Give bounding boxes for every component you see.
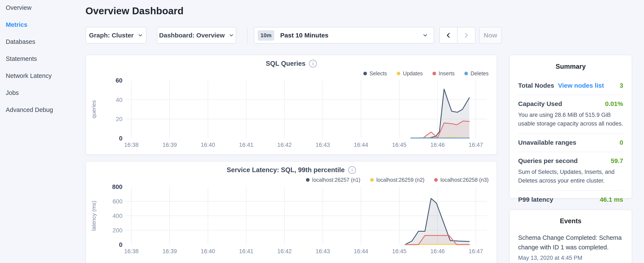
svg-text:16:38: 16:38 xyxy=(124,248,138,254)
legend-dot-icon xyxy=(306,178,310,182)
svg-text:40: 40 xyxy=(116,97,122,103)
svg-text:16:47: 16:47 xyxy=(468,142,483,148)
svg-text:16:46: 16:46 xyxy=(430,248,445,254)
svg-text:16:40: 16:40 xyxy=(201,142,215,148)
svg-text:16:44: 16:44 xyxy=(354,142,368,148)
svg-text:16:39: 16:39 xyxy=(162,142,177,148)
svg-text:16:41: 16:41 xyxy=(239,248,254,254)
dashboard-dropdown[interactable]: Dashboard: Overview xyxy=(157,27,236,44)
summary-label: Queries per second xyxy=(518,157,578,164)
legend-label: Deletes xyxy=(470,70,488,77)
legend-item-localhost-26259-n2-[interactable]: localhost:26259 (n2) xyxy=(370,177,424,183)
sidebar: Overview Metrics Databases Statements Ne… xyxy=(0,0,81,124)
legend-label: localhost:26259 (n2) xyxy=(376,177,424,183)
sql-queries-chart-card: SQL Queries i SelectsUpdatesInsertsDelet… xyxy=(86,55,497,155)
sidebar-item-jobs[interactable]: Jobs xyxy=(6,90,81,96)
svg-text:16:43: 16:43 xyxy=(316,248,330,254)
svg-text:16:43: 16:43 xyxy=(316,142,330,148)
svg-text:400: 400 xyxy=(112,212,122,219)
summary-value: 0 xyxy=(620,139,623,146)
sidebar-item-network-latency[interactable]: Network Latency xyxy=(6,73,81,79)
svg-text:16:44: 16:44 xyxy=(354,248,368,254)
service-latency-chart-card: Service Latency: SQL, 99th percentile i … xyxy=(86,161,497,263)
svg-text:0: 0 xyxy=(119,135,122,142)
summary-description: You are using 28.6 MiB of 515.9 GiB usab… xyxy=(518,111,623,128)
event-message[interactable]: Schema Change Completed: Schema change w… xyxy=(518,233,623,252)
events-heading: Events xyxy=(518,217,623,225)
events-panel: Events Schema Change Completed: Schema c… xyxy=(509,210,632,263)
legend-dot-icon xyxy=(464,72,468,75)
svg-text:200: 200 xyxy=(112,227,122,234)
chart-title: Service Latency: SQL, 99th percentile xyxy=(227,166,345,174)
summary-value: 3 xyxy=(620,82,623,89)
chart-title: SQL Queries xyxy=(266,60,306,68)
svg-text:16:42: 16:42 xyxy=(277,142,292,148)
chart-legend: localhost:26257 (n1)localhost:26259 (n2)… xyxy=(86,177,497,183)
svg-text:16:39: 16:39 xyxy=(162,248,177,254)
summary-value: 46.1 ms xyxy=(600,196,623,203)
chevron-down-icon xyxy=(138,33,143,38)
now-button[interactable]: Now xyxy=(479,27,502,44)
legend-item-selects[interactable]: Selects xyxy=(363,70,387,77)
toolbar-divider xyxy=(247,27,248,44)
prev-time-button[interactable] xyxy=(439,27,457,44)
summary-label: Unavailable ranges xyxy=(518,139,576,146)
time-range-label: Past 10 Minutes xyxy=(280,32,422,39)
summary-value: 0.01% xyxy=(605,100,623,107)
next-time-button[interactable] xyxy=(457,27,476,44)
svg-text:16:38: 16:38 xyxy=(124,142,138,148)
chevron-left-icon xyxy=(445,32,452,39)
summary-value: 59.7 xyxy=(611,157,623,164)
legend-dot-icon xyxy=(363,72,367,75)
dashboard-dropdown-label: Dashboard: Overview xyxy=(159,32,224,39)
legend-dot-icon xyxy=(370,178,374,182)
event-timestamp: May 13, 2020 at 4:45 PM xyxy=(518,255,623,261)
summary-row-total-nodes: Total Nodes View nodes list 3 xyxy=(518,77,623,95)
summary-row-p99-latency: P99 latency 46.1 ms xyxy=(518,190,623,209)
summary-label: Total Nodes xyxy=(518,82,554,89)
chevron-down-icon xyxy=(228,33,234,38)
sidebar-item-databases[interactable]: Databases xyxy=(6,39,81,45)
legend-item-deletes[interactable]: Deletes xyxy=(464,70,488,77)
sidebar-item-metrics[interactable]: Metrics xyxy=(6,22,81,28)
svg-text:16:40: 16:40 xyxy=(201,248,215,254)
legend-dot-icon xyxy=(432,72,436,75)
legend-label: Updates xyxy=(403,70,423,77)
svg-text:800: 800 xyxy=(112,184,122,190)
svg-text:16:42: 16:42 xyxy=(277,248,292,254)
chevron-down-icon xyxy=(422,32,428,38)
sql-queries-plot[interactable]: 16:3816:3916:4016:4116:4216:4316:4416:45… xyxy=(100,78,491,149)
svg-text:16:47: 16:47 xyxy=(468,248,483,254)
time-range-selector[interactable]: 10m Past 10 Minutes xyxy=(254,27,434,44)
info-icon[interactable]: i xyxy=(309,60,317,68)
legend-label: localhost:26258 (n3) xyxy=(440,177,488,183)
graph-dropdown-label: Graph: Cluster xyxy=(89,32,134,39)
y-axis-label: latency (ms) xyxy=(90,201,97,231)
legend-label: Inserts xyxy=(438,70,454,77)
legend-item-updates[interactable]: Updates xyxy=(397,70,423,77)
service-latency-plot[interactable]: 16:3816:3916:4016:4116:4216:4316:4416:45… xyxy=(100,184,491,255)
legend-label: localhost:26257 (n1) xyxy=(312,177,360,183)
view-nodes-list-link[interactable]: View nodes list xyxy=(558,82,604,89)
svg-text:16:46: 16:46 xyxy=(430,142,445,148)
sidebar-item-overview[interactable]: Overview xyxy=(6,5,81,11)
svg-text:16:41: 16:41 xyxy=(239,142,254,148)
legend-item-inserts[interactable]: Inserts xyxy=(432,70,454,77)
time-range-badge: 10m xyxy=(258,30,274,41)
svg-text:0: 0 xyxy=(119,241,122,248)
graph-dropdown[interactable]: Graph: Cluster xyxy=(86,27,146,44)
chart-legend: SelectsUpdatesInsertsDeletes xyxy=(86,70,497,77)
sidebar-item-statements[interactable]: Statements xyxy=(6,56,81,62)
svg-text:20: 20 xyxy=(116,116,122,122)
summary-row-queries-per-second: Queries per second 59.7 Sum of Selects, … xyxy=(518,152,623,190)
sidebar-item-advanced-debug[interactable]: Advanced Debug xyxy=(6,107,81,113)
legend-item-localhost-26257-n1-[interactable]: localhost:26257 (n1) xyxy=(306,177,360,183)
info-icon[interactable]: i xyxy=(348,166,356,174)
legend-item-localhost-26258-n3-[interactable]: localhost:26258 (n3) xyxy=(434,177,488,183)
time-pager xyxy=(439,27,476,44)
summary-label: Capacity Used xyxy=(518,100,562,107)
chevron-right-icon xyxy=(463,32,470,39)
legend-dot-icon xyxy=(397,72,400,75)
summary-heading: Summary xyxy=(518,63,623,70)
toolbar: Graph: Cluster Dashboard: Overview 10m P… xyxy=(86,27,502,44)
